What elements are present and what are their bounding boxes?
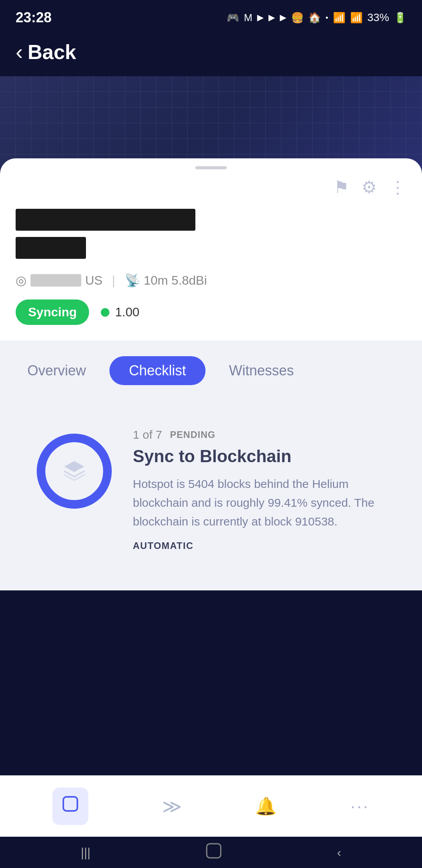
nav-home[interactable]: [52, 787, 88, 825]
battery-icon: 🔋: [394, 12, 406, 24]
back-label: Back: [28, 40, 76, 64]
tab-witnesses[interactable]: Witnesses: [225, 356, 298, 385]
app-icon2: 🏠: [308, 12, 321, 24]
checklist-content: 1 of 7 PENDING Sync to Blockchain Hotspo…: [0, 397, 422, 590]
checklist-progress: 1 of 7 PENDING: [133, 428, 391, 441]
settings-icon[interactable]: ⚙: [361, 177, 377, 197]
location-redacted: [30, 274, 81, 287]
map-preview: [0, 76, 422, 170]
hotspot-name-area: [0, 205, 422, 273]
hotspot-location: ◎ US: [16, 273, 102, 288]
hotspot-meta: ◎ US | 📡 10m 5.8dBi: [0, 273, 422, 299]
nav-bell[interactable]: 🔔: [255, 796, 277, 816]
score-badge: 1.00: [101, 305, 139, 319]
tabs-section: Overview Checklist Witnesses: [0, 341, 422, 397]
checklist-text: 1 of 7 PENDING Sync to Blockchain Hotspo…: [133, 428, 391, 551]
signal-antenna-icon: 📡: [125, 273, 140, 287]
status-icons: 🎮 M ▶ ▶ ▶ 🍔 🏠 • 📶 📶 33% 🔋: [227, 11, 406, 24]
country-label: US: [85, 273, 102, 288]
antenna-height: 10m: [144, 273, 168, 287]
more-nav-icon: ···: [350, 796, 370, 816]
layers-svg: [61, 457, 88, 485]
back-button[interactable]: ‹ Back: [16, 39, 406, 65]
discord-icon: 🎮: [227, 12, 239, 24]
android-home-btn[interactable]: [205, 842, 222, 863]
bottom-nav: ≫ 🔔 ···: [0, 775, 422, 837]
online-indicator: [101, 308, 109, 317]
tab-checklist[interactable]: Checklist: [109, 356, 206, 385]
youtube-icon1: ▶: [257, 13, 264, 23]
checklist-item-sync: 1 of 7 PENDING Sync to Blockchain Hotspo…: [16, 412, 406, 567]
checklist-description: Hotspot is 5404 blocks behind the Helium…: [133, 475, 391, 531]
card-handle: [195, 166, 227, 169]
home-nav-icon: [60, 796, 80, 818]
score-value: 1.00: [115, 305, 139, 319]
youtube-icon2: ▶: [268, 13, 275, 23]
flag-icon[interactable]: ⚑: [334, 177, 349, 197]
pending-badge: PENDING: [170, 429, 215, 440]
tabs-row: Overview Checklist Witnesses: [23, 356, 399, 385]
dot-indicator: •: [325, 13, 328, 22]
sync-progress-chart: [31, 428, 117, 514]
tab-overview[interactable]: Overview: [23, 356, 90, 385]
svg-rect-2: [63, 797, 77, 811]
status-time: 23:28: [16, 9, 52, 26]
more-options-icon[interactable]: ⋮: [389, 177, 406, 197]
svg-rect-3: [207, 844, 221, 858]
back-chevron-icon: ‹: [16, 39, 23, 65]
antenna-gain: 5.8dBi: [172, 273, 207, 287]
progress-label: 1 of 7: [133, 428, 162, 441]
nav-more[interactable]: ···: [350, 796, 370, 816]
hotspot-name-redacted: [16, 209, 195, 231]
nav-flash[interactable]: ≫: [162, 795, 182, 817]
hotspot-subname-redacted: [16, 237, 86, 259]
bell-nav-icon: 🔔: [255, 796, 277, 816]
android-recent-btn[interactable]: |||: [81, 845, 91, 860]
gmail-icon: M: [244, 12, 252, 24]
top-nav: ‹ Back: [0, 31, 422, 76]
hotspot-card: ⚑ ⚙ ⋮ ◎ US | 📡 10m 5.8dBi Syncing 1.00: [0, 158, 422, 341]
battery-level: 33%: [367, 11, 389, 24]
location-pin-icon: ◎: [16, 273, 27, 288]
antenna-info: 📡 10m 5.8dBi: [125, 273, 207, 288]
donut-center-icon: [55, 452, 94, 491]
signal-icon: 📶: [350, 12, 363, 24]
checklist-title: Sync to Blockchain: [133, 446, 391, 467]
hotspot-status-row: Syncing 1.00: [0, 299, 422, 341]
status-bar: 23:28 🎮 M ▶ ▶ ▶ 🍔 🏠 • 📶 📶 33% 🔋: [0, 0, 422, 31]
automatic-label: AUTOMATIC: [133, 540, 391, 551]
android-back-btn[interactable]: ‹: [337, 845, 342, 860]
card-header-icons: ⚑ ⚙ ⋮: [0, 177, 422, 197]
youtube-icon3: ▶: [280, 13, 286, 23]
meta-separator: |: [112, 273, 115, 288]
android-nav: ||| ‹: [0, 837, 422, 868]
flash-nav-icon: ≫: [162, 796, 182, 817]
app-icon1: 🍔: [291, 12, 304, 24]
wifi-icon: 📶: [333, 12, 345, 24]
syncing-badge: Syncing: [16, 299, 89, 325]
